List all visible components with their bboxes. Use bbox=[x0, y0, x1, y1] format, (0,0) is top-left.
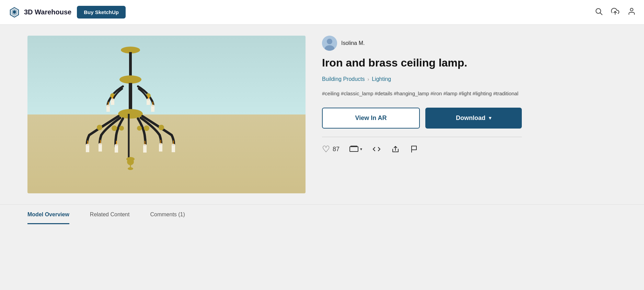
action-icons-row: ♡ 87 ▾ bbox=[322, 144, 522, 155]
logo-icon bbox=[8, 6, 21, 19]
header: 3D Warehouse Buy SketchUp bbox=[0, 0, 644, 25]
breadcrumb-parent-link[interactable]: Building Products bbox=[322, 76, 365, 82]
svg-rect-16 bbox=[86, 145, 89, 152]
model-canvas bbox=[27, 36, 306, 193]
detail-panel: Isolina M. Iron and brass ceiling lamp. … bbox=[322, 36, 522, 193]
flag-button[interactable] bbox=[410, 145, 418, 153]
flag-icon bbox=[410, 145, 418, 153]
header-left: 3D Warehouse Buy SketchUp bbox=[8, 6, 126, 19]
embed-button[interactable] bbox=[372, 145, 381, 153]
collection-icon bbox=[349, 145, 359, 153]
avatar-person-icon bbox=[322, 36, 337, 51]
like-count: 87 bbox=[333, 146, 340, 153]
upload-icon[interactable] bbox=[611, 7, 619, 17]
svg-point-41 bbox=[128, 167, 133, 170]
svg-point-43 bbox=[327, 39, 332, 44]
share-button[interactable] bbox=[391, 145, 400, 153]
svg-rect-20 bbox=[115, 145, 118, 153]
svg-point-7 bbox=[119, 75, 141, 84]
svg-rect-26 bbox=[143, 145, 147, 153]
logo-link[interactable]: 3D Warehouse bbox=[8, 6, 71, 19]
svg-point-15 bbox=[137, 126, 142, 131]
svg-rect-46 bbox=[350, 146, 357, 147]
collection-button[interactable]: ▾ bbox=[349, 145, 362, 153]
model-title: Iron and brass ceiling lamp. bbox=[322, 56, 522, 69]
svg-point-12 bbox=[119, 126, 124, 131]
model-tags: #ceiling #classic_lamp #details #hanging… bbox=[322, 89, 522, 98]
tab-model-overview[interactable]: Model Overview bbox=[27, 212, 69, 224]
svg-line-1 bbox=[600, 13, 602, 15]
main-content: Isolina M. Iron and brass ceiling lamp. … bbox=[0, 25, 549, 204]
svg-point-3 bbox=[630, 8, 633, 11]
svg-point-11 bbox=[112, 125, 117, 131]
breadcrumb-child-link[interactable]: Lighting bbox=[372, 76, 391, 82]
search-icon[interactable] bbox=[595, 7, 603, 17]
breadcrumb-separator: › bbox=[368, 76, 369, 82]
chandelier-svg bbox=[27, 36, 233, 183]
buy-sketchup-button[interactable]: Buy SketchUp bbox=[77, 6, 126, 19]
svg-point-14 bbox=[144, 125, 149, 131]
svg-point-9 bbox=[118, 109, 143, 119]
model-preview bbox=[27, 36, 306, 193]
breadcrumb: Building Products › Lighting bbox=[322, 76, 522, 82]
svg-rect-5 bbox=[128, 50, 133, 52]
svg-point-10 bbox=[97, 125, 102, 130]
view-in-ar-button[interactable]: View In AR bbox=[322, 108, 420, 129]
download-label: Download bbox=[456, 114, 485, 122]
action-buttons: View In AR Download ▾ bbox=[322, 108, 522, 129]
author-name[interactable]: Isolina M. bbox=[341, 40, 365, 46]
header-right bbox=[595, 7, 636, 17]
svg-rect-22 bbox=[172, 145, 175, 152]
avatar[interactable] bbox=[322, 36, 337, 51]
download-button[interactable]: Download ▾ bbox=[425, 108, 522, 129]
svg-rect-24 bbox=[159, 144, 162, 152]
svg-rect-45 bbox=[350, 147, 358, 152]
divider bbox=[322, 137, 522, 137]
bottom-tabs: Model Overview Related Content Comments … bbox=[0, 204, 644, 224]
user-icon[interactable] bbox=[628, 7, 636, 17]
svg-point-13 bbox=[159, 125, 164, 130]
tab-related-content[interactable]: Related Content bbox=[90, 212, 130, 224]
heart-icon: ♡ bbox=[322, 144, 330, 155]
share-icon bbox=[391, 145, 400, 153]
tab-comments[interactable]: Comments (1) bbox=[150, 212, 185, 224]
author-row: Isolina M. bbox=[322, 36, 522, 51]
logo-text: 3D Warehouse bbox=[24, 8, 71, 16]
like-button[interactable]: ♡ 87 bbox=[322, 144, 340, 155]
download-chevron-icon: ▾ bbox=[489, 115, 491, 121]
code-icon bbox=[372, 145, 381, 153]
svg-rect-18 bbox=[99, 144, 102, 152]
collection-chevron-icon: ▾ bbox=[360, 147, 362, 152]
